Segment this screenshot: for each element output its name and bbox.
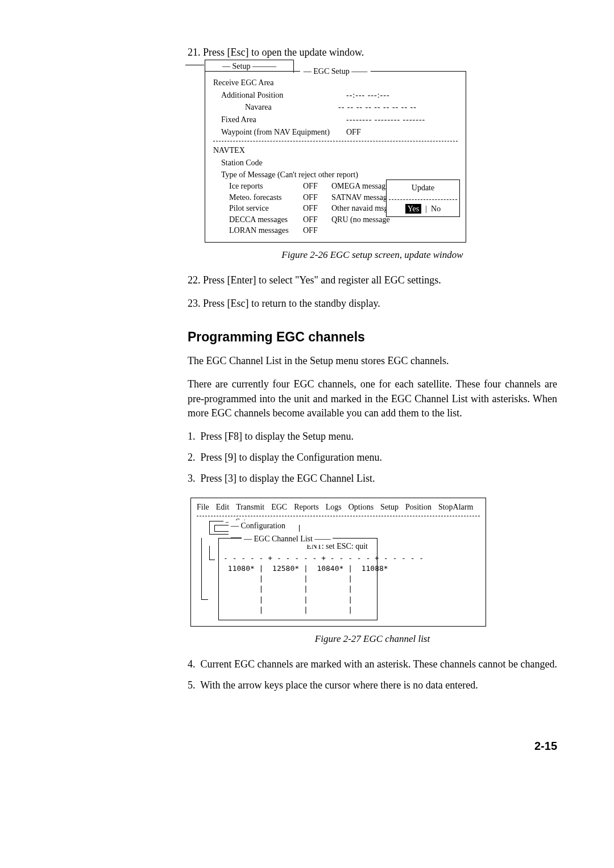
- menu-egc[interactable]: EGC: [271, 502, 287, 513]
- step-23: 23. Press [Esc] to return to the standby…: [188, 297, 557, 311]
- menu-reports[interactable]: Reports: [294, 502, 319, 513]
- station-code: Station Code: [213, 157, 458, 169]
- update-no-option[interactable]: No: [431, 205, 441, 213]
- para-2: There are currently four EGC channels, o…: [188, 377, 557, 420]
- section-heading: Programming EGC channels: [188, 328, 557, 346]
- numbered-2: 2. Press [9] to display the Configuratio…: [188, 450, 557, 465]
- fixed-area-row: Fixed Area -------- -------- -------: [213, 114, 458, 126]
- waypoint-row: Waypoint (from NAV Equipment) OFF: [213, 127, 458, 138]
- channel-list-label: — EGC Channel List ——: [242, 533, 333, 545]
- receive-egc-area: Receive EGC Area: [213, 77, 458, 89]
- menu-logs[interactable]: Logs: [326, 502, 342, 513]
- update-window: Update Yes | No: [386, 180, 460, 217]
- type-of-message: Type of Message (Can't reject other repo…: [213, 169, 458, 181]
- menu-file[interactable]: File: [197, 502, 209, 513]
- figure-1: — Setup ——— — EGC Setup —— Receive EGC A…: [188, 71, 557, 262]
- menu-edit[interactable]: Edit: [216, 502, 229, 513]
- numbered-1: 1. Press [F8] to display the Setup menu.: [188, 429, 557, 444]
- egc-setup-title: — EGC Setup ——: [300, 66, 371, 77]
- navarea-row: Navarea -- -- -- -- -- -- -- -- --: [213, 102, 458, 113]
- figure-1-caption: Figure 2-26 EGC setup screen, update win…: [188, 248, 557, 262]
- update-yes-option[interactable]: Yes: [405, 204, 421, 214]
- step-21: 21. Press [Esc] to open the update windo…: [188, 45, 557, 60]
- para-1: The EGC Channel List in the Setup menu s…: [188, 354, 557, 368]
- additional-position-row: Additional Position --:--- ---:---: [213, 90, 458, 101]
- numbered-5: 5. With the arrow keys place the cursor …: [188, 678, 557, 692]
- numbered-3: 3. Press [3] to display the EGC Channel …: [188, 471, 557, 486]
- step-22: 22. Press [Enter] to select "Yes" and re…: [188, 273, 557, 287]
- page-number: 2-15: [188, 738, 557, 754]
- menu-options[interactable]: Options: [349, 502, 374, 513]
- menu-stopalarm[interactable]: StopAlarm: [438, 502, 473, 513]
- numbered-4: 4. Current EGC channels are marked with …: [188, 657, 557, 671]
- menu-setup[interactable]: Setup: [380, 502, 399, 513]
- update-title: Update: [387, 180, 459, 199]
- channel-data: - - - - - + - - - - - + - - - - - + - - …: [223, 553, 372, 615]
- figure-2: File Edit Transmit EGC Reports Logs Opti…: [188, 498, 557, 646]
- menu-position[interactable]: Position: [405, 502, 432, 513]
- figure-2-caption: Figure 2-27 EGC channel list: [188, 632, 557, 646]
- menu-bar: File Edit Transmit EGC Reports Logs Opti…: [197, 502, 480, 514]
- divider: [213, 141, 458, 141]
- navtex-label: NAVTEX: [213, 145, 458, 156]
- menu-transmit[interactable]: Transmit: [236, 502, 264, 513]
